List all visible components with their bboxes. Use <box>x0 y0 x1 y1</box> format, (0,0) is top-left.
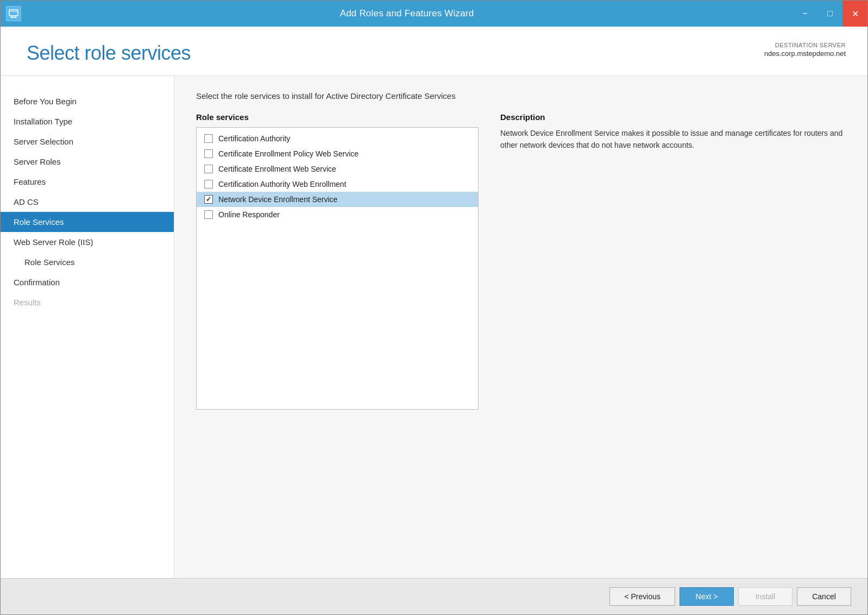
title-bar: Add Roles and Features Wizard − □ ✕ <box>1 1 867 27</box>
install-button[interactable]: Install <box>738 587 792 606</box>
sidebar-item-server-roles[interactable]: Server Roles <box>1 152 174 172</box>
destination-label: DESTINATION SERVER <box>764 42 846 48</box>
svg-rect-1 <box>9 11 18 12</box>
previous-button[interactable]: < Previous <box>609 587 675 606</box>
network-device-enrollment-checkbox[interactable] <box>204 195 213 204</box>
description-header: Description <box>500 112 846 122</box>
header-area: Select role services DESTINATION SERVER … <box>1 27 867 76</box>
sidebar-item-server-selection[interactable]: Server Selection <box>1 131 174 152</box>
sidebar: Before You Begin Installation Type Serve… <box>1 76 174 578</box>
cert-authority-web-enrollment-label: Certification Authority Web Enrollment <box>218 180 347 189</box>
service-item-cert-enrollment-policy[interactable]: Certificate Enrollment Policy Web Servic… <box>197 146 478 161</box>
close-button[interactable]: ✕ <box>842 1 867 27</box>
online-responder-label: Online Responder <box>218 210 280 219</box>
network-device-enrollment-label: Network Device Enrollment Service <box>218 195 337 204</box>
sidebar-item-role-services-sub[interactable]: Role Services <box>1 252 174 272</box>
certification-authority-checkbox[interactable] <box>204 134 213 143</box>
sidebar-item-features[interactable]: Features <box>1 172 174 192</box>
sidebar-item-role-services[interactable]: Role Services <box>1 212 174 232</box>
content-wrapper: Before You Begin Installation Type Serve… <box>1 76 867 578</box>
services-list: Certification Authority Certificate Enro… <box>196 127 479 410</box>
service-item-online-responder[interactable]: Online Responder <box>197 207 478 222</box>
next-button[interactable]: Next > <box>680 587 734 606</box>
cert-enrollment-web-label: Certificate Enrollment Web Service <box>218 165 336 173</box>
intro-text: Select the role services to install for … <box>196 91 846 101</box>
maximize-button[interactable]: □ <box>817 1 842 27</box>
sidebar-item-ad-cs[interactable]: AD CS <box>1 192 174 212</box>
main-area: Select role services DESTINATION SERVER … <box>1 27 867 614</box>
sidebar-item-web-server-role[interactable]: Web Server Role (IIS) <box>1 232 174 252</box>
wizard-window: Add Roles and Features Wizard − □ ✕ Sele… <box>0 0 868 615</box>
cert-enrollment-policy-checkbox[interactable] <box>204 149 213 158</box>
service-item-network-device-enrollment[interactable]: Network Device Enrollment Service <box>197 192 478 207</box>
cert-enrollment-policy-label: Certificate Enrollment Policy Web Servic… <box>218 149 358 158</box>
online-responder-checkbox[interactable] <box>204 210 213 219</box>
role-services-panel: Role services Certification Authority Ce… <box>196 112 479 410</box>
description-text: Network Device Enrollment Service makes … <box>500 127 846 152</box>
sidebar-item-results: Results <box>1 292 174 312</box>
sidebar-item-installation-type[interactable]: Installation Type <box>1 111 174 131</box>
app-icon <box>6 6 21 21</box>
service-item-certification-authority[interactable]: Certification Authority <box>197 131 478 146</box>
window-title: Add Roles and Features Wizard <box>21 8 792 19</box>
sidebar-item-confirmation[interactable]: Confirmation <box>1 272 174 292</box>
sidebar-item-before-you-begin[interactable]: Before You Begin <box>1 91 174 111</box>
description-panel: Description Network Device Enrollment Se… <box>500 112 846 152</box>
cert-authority-web-enrollment-checkbox[interactable] <box>204 180 213 189</box>
main-content: Select the role services to install for … <box>174 76 867 578</box>
window-controls: − □ ✕ <box>792 1 867 27</box>
minimize-button[interactable]: − <box>792 1 817 27</box>
page-title: Select role services <box>27 42 191 65</box>
cert-enrollment-web-checkbox[interactable] <box>204 165 213 173</box>
certification-authority-label: Certification Authority <box>218 134 290 143</box>
server-name: ndes.corp.mstepdemo.net <box>764 49 846 58</box>
role-services-header: Role services <box>196 112 479 122</box>
footer: < Previous Next > Install Cancel <box>1 578 867 614</box>
role-services-container: Role services Certification Authority Ce… <box>196 112 846 410</box>
cancel-button[interactable]: Cancel <box>797 587 851 606</box>
svg-rect-0 <box>9 10 18 16</box>
destination-server-info: DESTINATION SERVER ndes.corp.mstepdemo.n… <box>764 42 846 58</box>
service-item-cert-authority-web-enrollment[interactable]: Certification Authority Web Enrollment <box>197 177 478 192</box>
service-item-cert-enrollment-web[interactable]: Certificate Enrollment Web Service <box>197 161 478 177</box>
